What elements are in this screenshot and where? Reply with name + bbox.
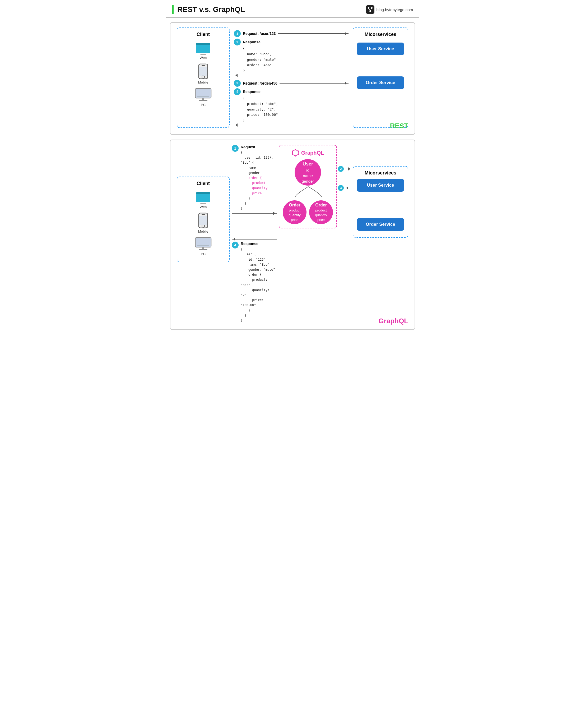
order-nodes-row: Order product quantity price Order produ… xyxy=(282,200,334,224)
rest-step2-header: 2 Response xyxy=(234,38,261,46)
gql-step2-arrow xyxy=(345,168,352,169)
graphql-logo-box: GraphQL xyxy=(282,149,334,156)
user-node-field-id: id xyxy=(306,167,310,173)
order-node2-product: product xyxy=(315,208,326,213)
rest-client-box: Client Web xyxy=(177,27,230,128)
svg-rect-20 xyxy=(196,192,210,194)
rest-step3-label: Request: /order/456 xyxy=(243,81,277,85)
gql-pc-icon xyxy=(195,237,212,251)
gql-pc-label: PC xyxy=(201,252,206,256)
logo-text: blog.bytebytego.com xyxy=(376,7,413,12)
user-node-field-name: name xyxy=(303,173,313,178)
svg-point-36 xyxy=(292,154,293,155)
graphql-client-box: Client Web xyxy=(177,177,230,262)
graphql-services-title: Micorservices xyxy=(357,170,404,176)
rest-user-service: User Service xyxy=(357,43,404,55)
gql-mobile-icon xyxy=(198,212,208,228)
order-node1-product: product xyxy=(289,208,300,213)
svg-rect-18 xyxy=(197,96,209,97)
graphql-response-block: 4 Response { user { id: "123" name: "Bob… xyxy=(232,242,277,323)
graphql-pink-box: GraphQL User id name gender xyxy=(279,145,337,228)
gql-step2-badge: 2 xyxy=(338,166,344,172)
title-text: REST v.s. GraphQL xyxy=(177,5,245,14)
user-node-field-gender: gender xyxy=(302,178,314,184)
rest-label: REST xyxy=(390,122,408,130)
graphql-resp-label: Response xyxy=(241,242,277,246)
logo: blog.bytebytego.com xyxy=(366,5,413,14)
graphql-request-block: 1 Request { user (id: 123): "Bob" { name… xyxy=(232,145,277,216)
order-node-1: Order product quantity price xyxy=(283,200,307,224)
graphql-step4-badge: 4 xyxy=(232,242,239,249)
logo-icon xyxy=(366,5,374,14)
svg-rect-17 xyxy=(199,100,207,101)
node-connector-svg xyxy=(282,187,335,197)
rest-step4-badge: 4 xyxy=(234,88,241,95)
rest-step2-badge: 2 xyxy=(234,38,241,46)
graphql-client-title: Client xyxy=(181,181,225,186)
rest-step2-row: 2 Response { name: "Bob", gender: "male"… xyxy=(234,38,348,75)
mobile-icon xyxy=(198,63,208,79)
svg-rect-28 xyxy=(202,247,204,249)
page-title: REST v.s. GraphQL xyxy=(172,5,245,14)
gql-pc-device: PC xyxy=(195,237,212,256)
svg-point-33 xyxy=(297,151,299,152)
order-node1-quantity: quantity xyxy=(289,213,301,217)
rest-diagram: Client Web xyxy=(177,27,408,128)
svg-point-37 xyxy=(292,151,293,152)
graphql-logo-icon xyxy=(292,149,299,156)
graphql-step1-arrow xyxy=(232,213,277,214)
gql-web-device: Web xyxy=(195,192,211,209)
rest-step1-row: 1 Request: /user/123 xyxy=(234,30,348,37)
web-label: Web xyxy=(200,56,207,60)
svg-rect-13 xyxy=(199,67,207,76)
svg-rect-25 xyxy=(199,216,207,225)
order-node1-title: Order xyxy=(289,202,300,208)
rest-step3-arrow xyxy=(280,83,348,83)
rest-step4-row: 4 Response { product: "abc", quantity: "… xyxy=(234,88,348,125)
graphql-step1-badge: 1 xyxy=(232,145,239,152)
svg-marker-31 xyxy=(292,150,298,156)
gql-step3-arrow xyxy=(345,188,352,188)
svg-rect-21 xyxy=(200,203,206,204)
order-node1-price: price xyxy=(291,217,298,222)
svg-rect-23 xyxy=(202,214,205,215)
pc-label: PC xyxy=(201,103,206,107)
rest-step1-arrow xyxy=(278,33,349,34)
svg-rect-8 xyxy=(196,43,210,45)
rest-step4-label: Response xyxy=(243,89,261,94)
graphql-label: GraphQL xyxy=(378,317,408,325)
mobile-label: Mobile xyxy=(198,80,208,84)
graphql-services-box: Micorservices User Service Order Service xyxy=(353,166,408,238)
graphql-resp-code: { user { id: "123" name: "Bob" gender: "… xyxy=(241,247,277,323)
rest-step2-code: { name: "Bob", gender: "male", order: "4… xyxy=(243,46,278,74)
rest-services-box: Micorservices User Service Order Service xyxy=(353,27,408,128)
graphql-req-header: 1 Request { user (id: 123): "Bob" { name… xyxy=(232,145,277,211)
graphql-client-devices: Web Mobile xyxy=(181,189,225,258)
graphql-center-col: GraphQL User id name gender xyxy=(279,145,337,228)
graphql-middle-col: 1 Request { user (id: 123): "Bob" { name… xyxy=(230,145,279,323)
web-device: Web xyxy=(195,43,211,60)
order-node2-price: price xyxy=(317,217,325,222)
rest-step4-header: 4 Response xyxy=(234,88,261,95)
gql-step2-row: 2 xyxy=(338,166,352,172)
graphql-response-arrow xyxy=(232,239,277,239)
graphql-resp-content: Response { user { id: "123" name: "Bob" … xyxy=(241,242,277,323)
user-node-title: User xyxy=(302,161,313,167)
pc-icon xyxy=(195,88,212,102)
rest-client-devices: Web Mobile xyxy=(181,41,225,109)
graphql-service-arrows: 2 3 xyxy=(337,166,353,191)
rest-step4-code: { product: "abc", quantity: "2", price: … xyxy=(243,96,278,123)
graphql-user-service: User Service xyxy=(357,179,404,192)
mobile-device: Mobile xyxy=(198,63,208,84)
rest-step1-label: Request: /user/123 xyxy=(243,31,276,36)
order-node-2: Order product quantity price xyxy=(309,200,333,224)
gql-mobile-label: Mobile xyxy=(198,230,208,233)
rest-step1-badge: 1 xyxy=(234,30,241,37)
svg-rect-0 xyxy=(366,5,374,14)
graphql-response-arrow-row xyxy=(232,239,277,239)
graphql-step1-arrow-row xyxy=(232,213,277,214)
web-icon xyxy=(195,43,211,55)
graphql-req-code: { user (id: 123): "Bob" { name gender or… xyxy=(241,150,277,211)
graphql-section: Client Web xyxy=(170,139,415,330)
gql-step3-row: 3 xyxy=(338,185,352,191)
